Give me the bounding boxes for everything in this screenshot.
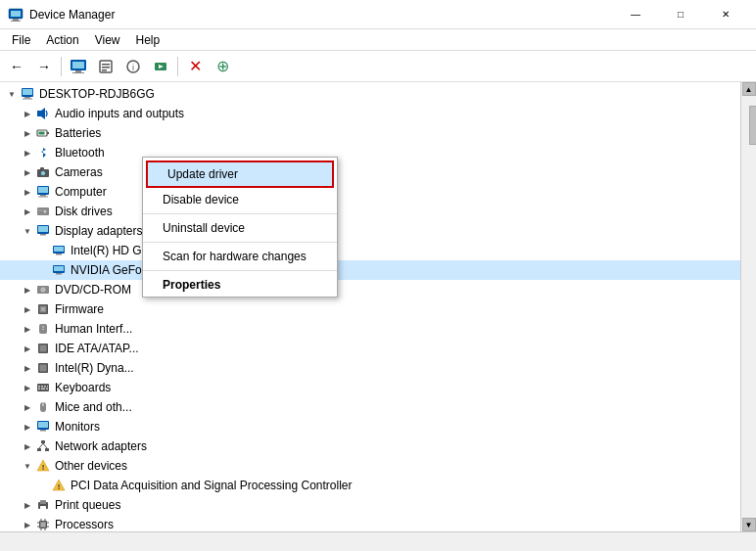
- remove-button[interactable]: ✕: [182, 54, 208, 79]
- expand-icon-disk: ▶: [20, 204, 35, 219]
- tree-item-print[interactable]: ▶ Print queues: [0, 495, 740, 515]
- other-icon: !: [35, 458, 51, 474]
- ctx-update-driver-label[interactable]: Update driver: [148, 162, 332, 186]
- tree-item-other[interactable]: ▼ ! Other devices: [0, 456, 740, 476]
- svg-rect-70: [40, 430, 46, 432]
- tree-item-disk[interactable]: ▶ Disk drives: [0, 202, 740, 221]
- svg-rect-73: [45, 448, 49, 451]
- svg-rect-85: [41, 523, 45, 527]
- menu-file[interactable]: File: [4, 31, 38, 49]
- tree-item-audio[interactable]: ▶ Audio inputs and outputs: [0, 104, 740, 123]
- svg-rect-19: [23, 99, 32, 100]
- menu-view[interactable]: View: [87, 31, 128, 49]
- menu-help[interactable]: Help: [128, 31, 168, 49]
- expand-icon-processors: ▶: [20, 517, 35, 531]
- svg-rect-82: [40, 506, 46, 510]
- device-tree[interactable]: ▼ DESKTOP-RDJB6GG ▶ Audio: [0, 82, 740, 531]
- ctx-scan[interactable]: Scan for hardware changes: [143, 245, 337, 268]
- svg-point-33: [44, 210, 47, 213]
- svg-line-75: [43, 443, 47, 448]
- battery-icon: [35, 125, 51, 141]
- tree-item-ide[interactable]: ▶ IDE ATA/ATAP...: [0, 339, 740, 358]
- properties-button[interactable]: [93, 54, 118, 79]
- tree-item-intel-dyn[interactable]: ▶ Intel(R) Dyna...: [0, 358, 740, 378]
- tree-item-display[interactable]: ▼ Display adapters: [0, 221, 740, 241]
- scan-button[interactable]: ⊕: [210, 54, 235, 79]
- svg-rect-29: [38, 187, 48, 193]
- minimize-button[interactable]: —: [613, 0, 658, 29]
- svg-rect-61: [47, 386, 48, 388]
- tree-item-firmware[interactable]: ▶ Firmware: [0, 299, 740, 319]
- svg-rect-30: [40, 195, 46, 197]
- tree-item-batteries[interactable]: ▶ Batteries: [0, 123, 740, 143]
- svg-rect-1: [11, 11, 21, 17]
- svg-rect-72: [37, 448, 41, 451]
- toolbar-separator-2: [177, 57, 178, 76]
- menu-action[interactable]: Action: [38, 31, 86, 49]
- svg-marker-21: [41, 108, 45, 119]
- svg-rect-42: [54, 266, 64, 271]
- expand-icon-nvidia: [35, 262, 51, 278]
- svg-rect-2: [13, 19, 19, 21]
- expand-icon-bluetooth: ▶: [20, 145, 35, 161]
- tree-item-keyboards[interactable]: ▶ Keyboards: [0, 378, 740, 397]
- tree-item-hid[interactable]: ▶ Human Interf...: [0, 319, 740, 339]
- scrollbar[interactable]: ▲ ▼: [740, 82, 756, 531]
- window-title: Device Manager: [29, 8, 613, 22]
- svg-rect-64: [46, 389, 48, 390]
- svg-rect-17: [23, 89, 32, 95]
- scroll-up[interactable]: ▲: [742, 82, 756, 96]
- expand-icon-root: ▼: [4, 86, 20, 102]
- svg-text:!: !: [42, 463, 45, 472]
- ctx-uninstall-device[interactable]: Uninstall device: [143, 216, 337, 240]
- tree-item-cameras[interactable]: ▶ Cameras: [0, 162, 740, 182]
- tree-item-computer[interactable]: ▶ Computer: [0, 182, 740, 202]
- tree-item-dvd[interactable]: ▶ DVD/CD-ROM: [0, 280, 740, 299]
- expand-icon-ide: ▶: [20, 341, 35, 356]
- svg-rect-54: [40, 345, 47, 352]
- expand-icon-batteries: ▶: [20, 125, 35, 141]
- tree-item-processors[interactable]: ▶ Processors: [0, 515, 740, 531]
- svg-text:i: i: [132, 63, 134, 72]
- disk-label: Disk drives: [55, 205, 113, 218]
- print-label: Print queues: [55, 498, 120, 512]
- svg-rect-34: [38, 210, 43, 211]
- svg-point-67: [42, 404, 44, 406]
- print-icon: [35, 497, 51, 513]
- tree-item-nvidia[interactable]: NVIDIA GeForce 940M: [0, 260, 740, 280]
- scroll-thumb[interactable]: [749, 106, 757, 145]
- toolbar: ← → i ✕ ⊕: [0, 51, 756, 82]
- maximize-button[interactable]: □: [658, 0, 703, 29]
- svg-rect-23: [47, 132, 49, 134]
- tree-root[interactable]: ▼ DESKTOP-RDJB6GG: [0, 84, 740, 104]
- svg-rect-18: [24, 97, 30, 99]
- tree-item-pci[interactable]: ! PCI Data Acquisition and Signal Proces…: [0, 476, 740, 495]
- keyboard-icon: [35, 380, 51, 395]
- expand-icon-cameras: ▶: [20, 164, 35, 180]
- enable-button[interactable]: [148, 54, 173, 79]
- svg-rect-81: [40, 500, 46, 504]
- svg-rect-31: [38, 197, 48, 198]
- ctx-disable-device[interactable]: Disable device: [143, 188, 337, 211]
- svg-point-52: [42, 329, 44, 331]
- forward-button[interactable]: →: [31, 54, 57, 79]
- close-button[interactable]: ✕: [703, 0, 748, 29]
- tree-item-mice[interactable]: ▶ Mice and oth...: [0, 397, 740, 417]
- intel-dyn-icon: [35, 360, 51, 376]
- scroll-down[interactable]: ▼: [742, 518, 756, 531]
- tree-item-monitors[interactable]: ▶ Monitors: [0, 417, 740, 436]
- update-driver-button[interactable]: i: [120, 54, 146, 79]
- ide-icon: [35, 341, 51, 356]
- back-button[interactable]: ←: [4, 54, 29, 79]
- tree-item-network[interactable]: ▶ Network adapters: [0, 436, 740, 456]
- ctx-update-driver[interactable]: Update driver: [146, 161, 334, 188]
- svg-rect-49: [41, 307, 45, 311]
- firmware-label: Firmware: [55, 302, 104, 316]
- device-manager-button[interactable]: [66, 54, 91, 79]
- dvd-label: DVD/CD-ROM: [55, 283, 131, 297]
- svg-rect-32: [37, 207, 49, 215]
- tree-item-intel-gpu[interactable]: Intel(R) HD Graphics 520: [0, 241, 740, 260]
- tree-item-bluetooth[interactable]: ▶ Bluetooth: [0, 143, 740, 162]
- ctx-properties[interactable]: Properties: [143, 273, 337, 297]
- display-icon: [35, 223, 51, 239]
